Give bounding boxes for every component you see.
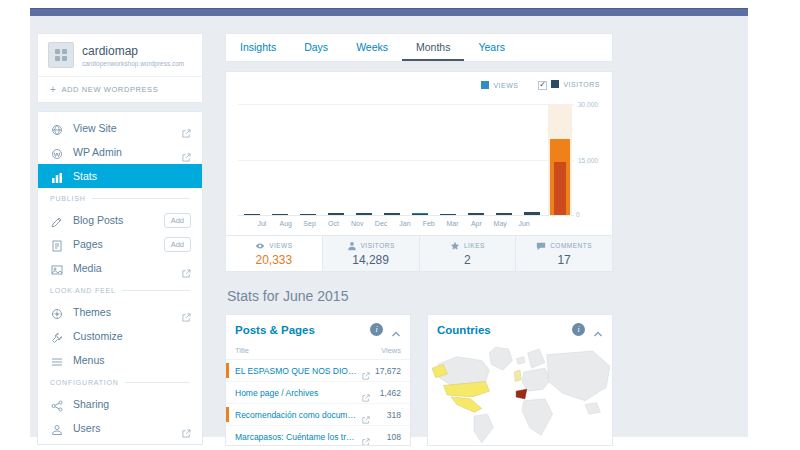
section-label-text: CONFIGURATION: [50, 379, 119, 386]
person-icon: [347, 241, 357, 251]
legend-views[interactable]: VIEWS: [481, 81, 518, 89]
sidebar-item-label: Users: [73, 422, 182, 434]
sidebar-item-stats[interactable]: Stats: [38, 164, 202, 188]
sidebar-item-customize[interactable]: Customize: [38, 324, 202, 348]
month-label: Jun: [512, 220, 536, 227]
visitors-bar: [384, 213, 400, 215]
visitors-bar: [300, 214, 316, 215]
legend-visitors[interactable]: ✓VISITORS: [538, 80, 600, 90]
map-scandinavia: [528, 349, 545, 368]
summary-likes[interactable]: LIKES 2: [419, 236, 516, 271]
month-label: Aug: [274, 220, 298, 227]
sidebar-item-label: Customize: [73, 330, 191, 342]
plus-icon: +: [50, 84, 56, 95]
sidebar-item-label: Menus: [73, 354, 191, 366]
period-heading: Stats for June 2015: [227, 288, 611, 304]
add-post-button[interactable]: Add: [164, 213, 191, 228]
y-axis-tick: 0: [576, 211, 586, 218]
chart-column-jun[interactable]: [546, 104, 574, 215]
map-greenland: [489, 347, 512, 370]
summary-value: 17: [557, 253, 570, 267]
posts-icon: [51, 214, 63, 226]
section-rule: [122, 290, 190, 291]
wordpress-icon: [51, 146, 63, 158]
site-name: cardiomap: [82, 44, 184, 58]
stats-main: Insights Days Weeks Months Years VIEWS ✓…: [225, 33, 613, 446]
chart-column-nov[interactable]: [350, 104, 378, 215]
tab-weeks[interactable]: Weeks: [342, 34, 402, 61]
summary-value: 14,289: [352, 253, 389, 267]
chart-column-jul[interactable]: [238, 104, 266, 215]
tab-insights[interactable]: Insights: [226, 34, 290, 61]
chart-column-dec[interactable]: [378, 104, 406, 215]
post-title-link[interactable]: EL ESPASMO QUE NOS DIO A TO…: [235, 366, 358, 376]
summary-visitors[interactable]: VISITORS 14,289: [322, 236, 419, 271]
map-spain: [516, 389, 527, 399]
visitors-checkbox[interactable]: ✓: [538, 81, 547, 90]
month-label: Nov: [345, 220, 369, 227]
visitors-bar: [356, 213, 372, 215]
post-title-link[interactable]: Marcapasos: Cuéntame los tras…: [235, 432, 358, 442]
tab-years[interactable]: Years: [464, 34, 518, 61]
post-row[interactable]: Recomendación como documen… 318: [226, 404, 410, 426]
sidebar-item-view-site[interactable]: View Site: [38, 116, 202, 140]
post-row[interactable]: Home page / Archives 1,462: [226, 382, 410, 404]
current-site[interactable]: cardiomap cardiopenworkshop.wordpress.co…: [38, 34, 202, 76]
sidebar-section-publish: PUBLISH: [38, 188, 202, 208]
sidebar-item-sharing[interactable]: Sharing: [38, 392, 202, 416]
visitors-bar: [272, 214, 288, 215]
sidebar-item-wp-admin[interactable]: WP Admin: [38, 140, 202, 164]
post-row[interactable]: EL ESPASMO QUE NOS DIO A TO… 17,672: [226, 360, 410, 382]
chart-column-apr[interactable]: [490, 104, 518, 215]
post-row[interactable]: Marcapasos: Cuéntame los tras… 108: [226, 426, 410, 446]
post-title-link[interactable]: Recomendación como documen…: [235, 410, 358, 420]
add-new-wordpress-button[interactable]: + ADD NEW WORDPRESS: [38, 76, 202, 102]
chart-column-mar[interactable]: [462, 104, 490, 215]
add-page-button[interactable]: Add: [164, 237, 191, 252]
external-link-icon[interactable]: [362, 366, 371, 375]
tab-months[interactable]: Months: [402, 34, 464, 61]
bar-chart: 30,000 15,000 0 JulAugSepOctNovDecJanFeb…: [238, 104, 574, 227]
themes-icon: [51, 306, 63, 318]
month-label: Sep: [298, 220, 322, 227]
chart-column-jan[interactable]: [406, 104, 434, 215]
external-link-icon[interactable]: [362, 388, 371, 397]
chart-column-sep[interactable]: [294, 104, 322, 215]
sidebar-item-menus[interactable]: Menus: [38, 348, 202, 372]
summary-value: 2: [464, 253, 471, 267]
sidebar-item-users[interactable]: Users: [38, 416, 202, 440]
external-link-icon: [182, 308, 191, 317]
summary-value: 20,333: [256, 253, 293, 267]
chart-column-aug[interactable]: [266, 104, 294, 215]
sidebar-item-label: Pages: [73, 238, 164, 250]
external-link-icon[interactable]: [362, 410, 371, 419]
summary-comments[interactable]: COMMENTS 17: [515, 236, 612, 271]
visitors-bar: [440, 214, 456, 215]
chart-column-may[interactable]: [518, 104, 546, 215]
chart-column-feb[interactable]: [434, 104, 462, 215]
month-label: Apr: [464, 220, 488, 227]
legend-visitors-label: VISITORS: [563, 81, 600, 88]
site-card: cardiomap cardiopenworkshop.wordpress.co…: [37, 33, 203, 103]
visitors-bar: [554, 162, 566, 215]
sidebar-item-media[interactable]: Media: [38, 256, 202, 280]
summary-views[interactable]: VIEWS 20,333: [226, 236, 322, 271]
chart-column-oct[interactable]: [322, 104, 350, 215]
external-link-icon[interactable]: [362, 432, 371, 441]
chevron-up-icon[interactable]: [391, 325, 401, 335]
tab-days[interactable]: Days: [290, 34, 342, 61]
post-title-link[interactable]: Home page / Archives: [235, 388, 358, 398]
sidebar-item-pages[interactable]: Pages Add: [38, 232, 202, 256]
sidebar-item-blog-posts[interactable]: Blog Posts Add: [38, 208, 202, 232]
comment-icon: [536, 241, 546, 251]
grid-icon: [54, 48, 68, 62]
summary-label: VIEWS: [269, 242, 292, 249]
sidebar-item-themes[interactable]: Themes: [38, 300, 202, 324]
post-views: 108: [371, 432, 401, 442]
info-icon[interactable]: i: [572, 323, 585, 336]
info-icon[interactable]: i: [370, 323, 383, 336]
visitors-bar: [496, 213, 512, 215]
module-title: Posts & Pages: [235, 324, 370, 336]
chart-month-labels: JulAugSepOctNovDecJanFebMarAprMayJun: [250, 220, 536, 227]
chevron-up-icon[interactable]: [593, 325, 603, 335]
